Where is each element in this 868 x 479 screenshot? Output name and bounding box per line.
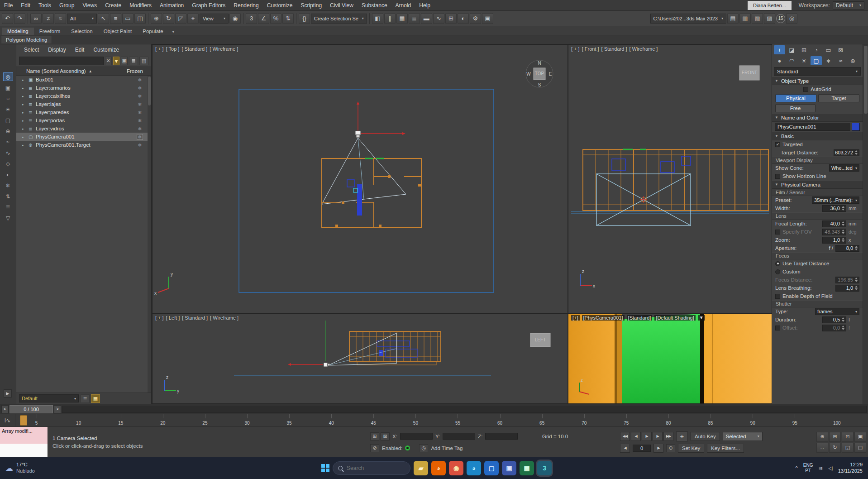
show-cone-dropdown[interactable]: Whe...ted▾ <box>829 164 859 172</box>
visibility-toggle-icon[interactable]: ● <box>22 103 29 106</box>
shutter-type-dropdown[interactable]: frames▾ <box>815 308 859 315</box>
menu-item[interactable]: Create <box>101 0 125 10</box>
frame-tick[interactable]: 70 <box>563 414 605 426</box>
select-and-move-icon[interactable]: ⊕ <box>151 13 162 24</box>
listener-input[interactable] <box>0 444 48 458</box>
object-name[interactable]: Layer:caixilhos <box>36 93 129 99</box>
use-pivot-center-icon[interactable]: ◉ <box>229 13 241 24</box>
workspace-dropdown[interactable]: Default▾ <box>833 1 864 10</box>
schematic-view-icon[interactable]: ⊞ <box>445 13 457 24</box>
go-to-start-button[interactable]: ◀◀ <box>620 432 630 441</box>
snaps-toggle-icon[interactable]: 3 <box>246 13 257 24</box>
object-name[interactable]: Layer:paredes <box>36 110 129 115</box>
se-display-frozen-icon[interactable]: ❄ <box>3 181 13 190</box>
targeted-checkbox[interactable]: ✓ <box>775 142 780 147</box>
previous-frame-button[interactable]: < <box>1 405 9 413</box>
specify-fov-checkbox[interactable] <box>775 230 780 235</box>
y-coordinate-field[interactable] <box>443 433 475 440</box>
weather-widget[interactable]: ☁ 17°C Nublado <box>5 462 78 474</box>
selection-filter-dropdown[interactable]: All▾ <box>67 14 97 24</box>
render-setup-icon[interactable]: ⚙ <box>470 13 481 24</box>
enable-dof-checkbox[interactable] <box>775 294 780 299</box>
named-selection-set-dropdown[interactable]: Create Selection Se▾ <box>311 14 367 24</box>
systems-category-icon[interactable]: ⊛ <box>847 56 858 65</box>
file-explorer-icon[interactable]: ▰ <box>414 461 428 475</box>
menu-item[interactable]: Rendering <box>229 0 262 10</box>
align-icon[interactable]: ∥ <box>384 13 396 24</box>
scene-object-row[interactable]: ● ▣ Box001 ❄ <box>16 76 151 84</box>
percent-snap-icon[interactable]: % <box>270 13 281 24</box>
layer-list-icon[interactable]: ≣ <box>81 394 90 403</box>
cameras-category-icon[interactable]: ▢ <box>811 56 822 65</box>
scene-object-row[interactable]: ● ≣ Layer:armarios ❄ <box>16 84 151 92</box>
create-tab-icon[interactable]: + <box>774 45 785 54</box>
frame-tick[interactable]: 45 <box>353 414 395 426</box>
angle-snap-icon[interactable]: ∠ <box>258 13 269 24</box>
visibility-toggle-icon[interactable]: ● <box>22 135 29 139</box>
frame-tick[interactable]: 80 <box>647 414 689 426</box>
x-coordinate-field[interactable] <box>400 433 433 440</box>
ribbon-tab[interactable]: Selection <box>66 28 98 35</box>
se-list-icon[interactable]: ▤ <box>139 57 148 65</box>
frame-tick[interactable]: 90 <box>732 414 774 426</box>
visibility-toggle-icon[interactable]: ● <box>22 86 29 90</box>
ribbon-tab[interactable]: Freeform <box>34 28 66 35</box>
preset-dropdown[interactable]: 35mm (...Frame):▾ <box>812 196 859 204</box>
menu-item[interactable]: Views <box>78 0 101 10</box>
menu-item[interactable]: Scripting <box>296 0 326 10</box>
custom-focus-radio[interactable] <box>775 269 780 274</box>
scene-object-row[interactable]: ● ⊕ PhysCamera001.Target ❄ <box>16 141 151 149</box>
object-name[interactable]: Box001 <box>36 77 129 82</box>
show-horizon-checkbox[interactable] <box>775 174 780 179</box>
viewport-label-token[interactable]: [ Wireframe ] <box>210 315 238 321</box>
name-column-header[interactable]: Name (Sorted Ascending) <box>26 68 86 74</box>
next-key-button[interactable]: ▶ <box>653 444 663 453</box>
visibility-toggle-icon[interactable]: ● <box>22 127 29 130</box>
rollout-basic[interactable]: ▼Basic <box>772 132 863 140</box>
toggle-ribbon-icon[interactable]: ▬ <box>421 13 432 24</box>
object-color-swatch[interactable] <box>852 123 860 131</box>
reference-coordinate-dropdown[interactable]: View▾ <box>200 14 229 24</box>
undo-icon[interactable]: ↶ <box>2 13 13 24</box>
duration-field[interactable]: 0,5 <box>822 316 846 323</box>
se-settings-icon[interactable]: ▽ <box>3 214 13 222</box>
geometry-category-icon[interactable]: ● <box>774 56 785 65</box>
toggle-scene-explorer-icon[interactable]: ▦ <box>396 13 408 24</box>
outlook-icon[interactable]: ▢ <box>484 461 499 475</box>
helpers-category-icon[interactable]: ∗ <box>823 56 834 65</box>
spinner-snap-icon[interactable]: ⇅ <box>282 13 294 24</box>
offset-checkbox[interactable] <box>775 326 780 331</box>
tab-polygon-modeling[interactable]: Polygon Modeling <box>1 36 52 43</box>
rollout-physical-camera[interactable]: ▼Physical Camera <box>772 180 863 189</box>
user-account-button[interactable]: Diana Betten... <box>748 1 792 10</box>
menu-item[interactable]: Group <box>55 0 78 10</box>
width-field[interactable]: 36,0 <box>822 205 846 212</box>
previous-key-button[interactable]: ◀ <box>620 444 630 453</box>
ribbon-options-icon[interactable]: ▾ <box>169 29 178 35</box>
motion-tab-icon[interactable]: ◔ <box>811 45 822 54</box>
viewport-label-token[interactable]: [Default Shading] <box>654 315 695 321</box>
front-viewport-canvas[interactable]: FRONT x z <box>568 45 772 313</box>
toggle-layer-explorer-icon[interactable]: ≣ <box>409 13 420 24</box>
scene-object-row[interactable]: ● ≣ Layer:paredes ❄ <box>16 108 151 116</box>
menu-item[interactable]: Graph Editors <box>188 0 229 10</box>
se-pick-icon[interactable]: ≣ <box>129 57 138 65</box>
se-display-containers-icon[interactable]: ◇ <box>3 159 13 168</box>
save-icon[interactable]: ▧ <box>752 13 763 24</box>
add-time-tag[interactable]: Add Time Tag <box>431 445 463 451</box>
object-name-field[interactable]: PhysCamera001 <box>775 123 850 131</box>
physical-camera-button[interactable]: Physical <box>775 94 816 102</box>
target-camera-button[interactable]: Target <box>818 94 859 102</box>
viewport-label-token[interactable]: [ + ] <box>571 46 580 52</box>
listener-text[interactable]: Array modifi... <box>0 427 48 444</box>
viewcube-front-face[interactable]: FRONT <box>739 66 759 80</box>
time-slider-handle[interactable]: 0 / 100 <box>10 405 53 413</box>
next-frame-button[interactable]: ▶ <box>653 432 663 441</box>
lock-explorer-icon[interactable]: ▣ <box>121 57 128 65</box>
select-and-scale-icon[interactable]: ◸ <box>175 13 186 24</box>
scene-object-row[interactable]: ● ▢ PhysCamera001 ❄ <box>16 133 151 141</box>
menu-item[interactable]: Help <box>415 0 434 10</box>
top-viewport-canvas[interactable]: N E S W TOP x y <box>153 45 568 313</box>
spacewarps-category-icon[interactable]: ≈ <box>835 56 846 65</box>
viewport-label-token[interactable]: [ Standard ] <box>601 46 627 52</box>
